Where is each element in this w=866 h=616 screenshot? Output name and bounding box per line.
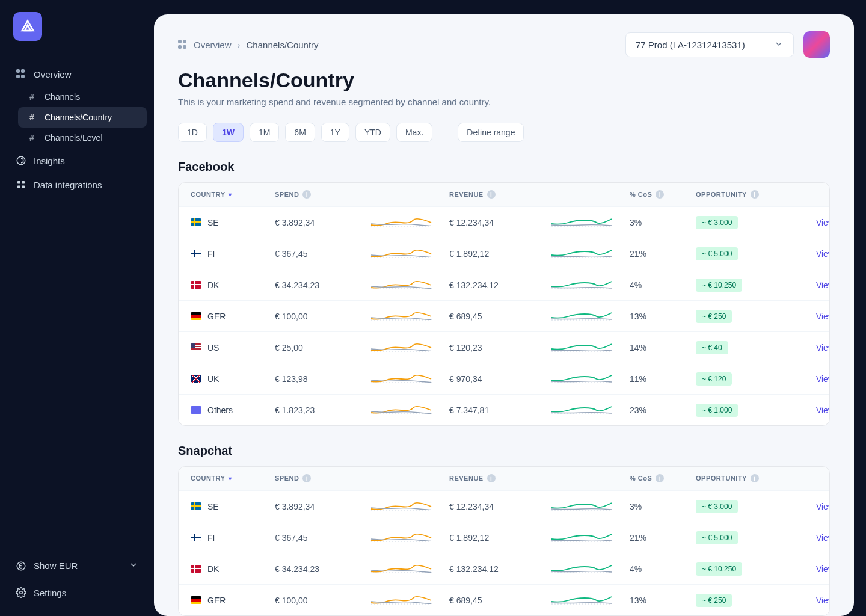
col-spend[interactable]: SPEND i [275, 190, 353, 199]
flag-ger-icon [191, 312, 201, 320]
settings-link[interactable]: Settings [7, 581, 147, 604]
breadcrumb-root[interactable]: Overview [194, 40, 232, 50]
view-link[interactable]: View [786, 312, 830, 321]
col-country[interactable]: COUNTRY ▾ [191, 475, 269, 482]
range-6m[interactable]: 6M [285, 123, 315, 142]
opportunity-badge: ~ € 5.000 [696, 247, 738, 260]
opportunity-badge: ~ € 5.000 [696, 531, 738, 544]
range-ytd[interactable]: YTD [355, 123, 390, 142]
col-cos[interactable]: % CoS i [630, 474, 690, 482]
view-link[interactable]: View [786, 218, 830, 227]
spend-value: € 367,45 [275, 533, 353, 543]
spend-value: € 367,45 [275, 249, 353, 259]
country-cell: US [191, 343, 269, 353]
info-icon[interactable]: i [302, 190, 311, 199]
table-row: GER € 100,00 € 689,45 13% ~ € 250 View [179, 300, 829, 331]
svg-point-0 [17, 156, 25, 165]
view-link[interactable]: View [786, 343, 830, 353]
view-link[interactable]: View [786, 596, 830, 605]
view-link[interactable]: View [786, 533, 830, 543]
country-code: SE [207, 218, 219, 227]
sidebar-item-data-integrations[interactable]: Data integrations [7, 173, 147, 196]
range-1y[interactable]: 1Y [321, 123, 349, 142]
col-revenue[interactable]: REVENUE i [449, 190, 533, 199]
sidebar-item-overview[interactable]: Overview [7, 63, 147, 85]
info-icon[interactable]: i [751, 190, 759, 199]
chevron-down-icon [129, 560, 138, 571]
nav-label: Channels/Level [45, 133, 103, 143]
topbar: Overview › Channels/Country 77 Prod (LA-… [178, 31, 830, 58]
flag-fi-icon [191, 534, 201, 541]
sort-icon: ▾ [229, 475, 232, 482]
svg-rect-1 [17, 181, 20, 184]
nav-label: Channels [45, 92, 80, 102]
info-icon[interactable]: i [751, 474, 759, 482]
spend-sparkline [359, 245, 443, 260]
col-opportunity[interactable]: OPPORTUNITY i [696, 190, 780, 199]
section-title: Facebook [178, 160, 830, 174]
chevron-right-icon: › [238, 40, 241, 50]
currency-toggle[interactable]: Show EUR [7, 554, 147, 578]
cos-value: 13% [630, 596, 690, 605]
country-code: FI [207, 533, 215, 543]
range-1m[interactable]: 1M [250, 123, 279, 142]
info-icon[interactable]: i [487, 474, 496, 482]
flag-se-icon [191, 502, 201, 510]
cos-value: 3% [630, 502, 690, 511]
view-link[interactable]: View [786, 374, 830, 384]
sidebar-item-insights[interactable]: Insights [7, 149, 147, 172]
flag-us-icon [191, 343, 201, 351]
spend-value: € 1.823,23 [275, 405, 353, 415]
sidebar-item-channels-country[interactable]: # Channels/Country [18, 107, 147, 128]
revenue-sparkline [539, 371, 624, 385]
sidebar-item-channels[interactable]: # Channels [18, 87, 147, 107]
revenue-value: € 1.892,12 [449, 533, 533, 543]
revenue-sparkline [539, 339, 624, 354]
view-link[interactable]: View [786, 564, 830, 574]
view-link[interactable]: View [786, 405, 830, 415]
info-icon[interactable]: i [656, 474, 664, 482]
info-icon[interactable]: i [656, 190, 664, 199]
country-cell: GER [191, 596, 269, 605]
sidebar: Overview # Channels # Channels/Country #… [0, 0, 154, 616]
flag-dk-icon [191, 565, 201, 573]
info-icon[interactable]: i [487, 190, 496, 199]
col-country[interactable]: COUNTRY ▾ [191, 191, 269, 198]
currency-label: Show EUR [34, 561, 78, 571]
country-cell: SE [191, 218, 269, 227]
col-revenue[interactable]: REVENUE i [449, 474, 533, 482]
country-code: DK [207, 280, 219, 290]
revenue-sparkline [539, 277, 624, 291]
table-row: SE € 3.892,34 € 12.234,34 3% ~ € 3.000 V… [179, 490, 829, 522]
nav-label: Data integrations [34, 180, 102, 190]
col-cos[interactable]: % CoS i [630, 190, 690, 199]
country-code: DK [207, 564, 219, 574]
col-opportunity[interactable]: OPPORTUNITY i [696, 474, 780, 482]
revenue-sparkline [539, 498, 624, 513]
app-logo[interactable] [13, 12, 42, 41]
cos-value: 21% [630, 249, 690, 259]
revenue-value: € 132.234.12 [449, 564, 533, 574]
view-link[interactable]: View [786, 502, 830, 511]
col-spend[interactable]: SPEND i [275, 474, 353, 482]
country-cell: UK [191, 374, 269, 384]
cos-value: 13% [630, 312, 690, 321]
spend-value: € 34.234,23 [275, 564, 353, 574]
info-icon[interactable]: i [302, 474, 311, 482]
opportunity-badge: ~ € 10.250 [696, 562, 742, 576]
range-max[interactable]: Max. [396, 123, 432, 142]
main-panel: Overview › Channels/Country 77 Prod (LA-… [154, 14, 854, 616]
sidebar-item-channels-level[interactable]: # Channels/Level [18, 128, 147, 148]
view-link[interactable]: View [786, 249, 830, 259]
avatar[interactable] [803, 31, 830, 58]
range-custom[interactable]: Define range [458, 123, 524, 142]
account-selector[interactable]: 77 Prod (LA-12312413531) [625, 32, 794, 57]
view-link[interactable]: View [786, 280, 830, 290]
range-1w[interactable]: 1W [213, 123, 244, 142]
country-code: UK [207, 374, 219, 384]
sort-icon: ▾ [229, 191, 232, 198]
spend-sparkline [359, 592, 443, 606]
range-1d[interactable]: 1D [178, 123, 207, 142]
revenue-value: € 12.234,34 [449, 502, 533, 511]
revenue-sparkline [539, 561, 624, 575]
